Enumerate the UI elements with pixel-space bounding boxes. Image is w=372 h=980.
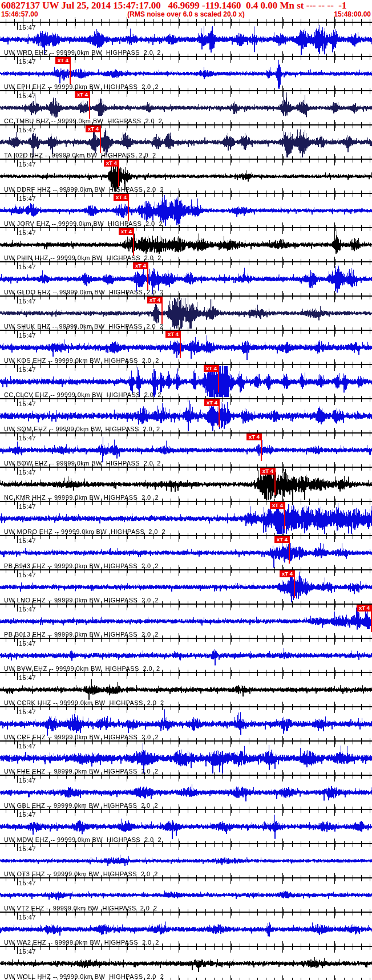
station-label: UW WRD EHZ -- 99999.0km BW HIGHPASS 2.0 …: [4, 49, 161, 56]
trace-row-ta-i02d-bhz[interactable]: 15:47TA I02D BHZ -- 99999.0km BW HIGHPAS…: [0, 124, 372, 159]
station-label: UW MDW EHZ -- 99999.0km BW HIGHPASS 2.0 …: [4, 836, 161, 843]
trace-row-uw-ot3-ehz[interactable]: 15:47UW OT3 EHZ -- 99999.0km BW HIGHPASS…: [0, 843, 372, 877]
pick-marker-line: [180, 338, 181, 358]
pick-marker-label[interactable]: xT 4: [119, 228, 134, 235]
minute-time-label: 15:47: [19, 58, 36, 65]
minute-time-label: 15:47: [19, 572, 36, 578]
pick-marker-line: [100, 132, 101, 153]
minute-time-label: 15:47: [19, 948, 36, 955]
minute-time-label: 15:47: [19, 469, 36, 476]
pick-marker-line: [89, 98, 90, 119]
pick-marker-label[interactable]: xT 4: [114, 194, 129, 201]
pick-marker-label[interactable]: xT 4: [75, 91, 90, 98]
pick-marker-label[interactable]: xT 4: [133, 262, 148, 269]
station-label: UW SQM EHZ -- 99999.0km BW HIGHPASS 2.0 …: [4, 426, 160, 432]
trace-row-uw-fhe-ehz[interactable]: 15:47UW FHE EHZ -- 99999.0km BW HIGHPASS…: [0, 740, 372, 775]
pick-marker-line: [294, 577, 295, 598]
minute-time-label: 15:47: [19, 435, 36, 442]
minute-time-label: 15:47: [19, 332, 36, 339]
trace-row-nc-kmr-hhz[interactable]: 15:47NC KMR HHZ -- 99999.0km BW HIGHPASS…: [0, 467, 372, 501]
minute-time-label: 15:47: [19, 24, 36, 31]
trace-row-uw-ddrf-hhz[interactable]: 15:47UW DDRF HHZ -- 99999.0km BW HIGHPAS…: [0, 159, 372, 193]
pick-marker-label[interactable]: xT 4: [357, 605, 372, 612]
minute-time-label: 15:47: [19, 264, 36, 270]
station-label: UW GBL EHZ -- 99999.0km BW HIGHPASS 2.0 …: [4, 802, 158, 809]
trace-row-uw-sqm-ehz[interactable]: 15:47UW SQM EHZ -- 99999.0km BW HIGHPASS…: [0, 398, 372, 432]
trace-row-uw-vt2-ehz[interactable]: 15:47UW VT2 EHZ -- 99999.0km BW HIGHPASS…: [0, 877, 372, 912]
station-label: UW LNO EHZ -- 99999.0km BW HIGHPASS 2.0 …: [4, 597, 159, 604]
station-label: UW JORV EHZ -- 99999.0km BW HIGHPASS 2.0…: [4, 220, 163, 227]
trace-row-uw-wrd-ehz[interactable]: 15:47UW WRD EHZ -- 99999.0km BW HIGHPASS…: [0, 22, 372, 56]
trace-row-uw-ccrk-hhz[interactable]: 15:47UW CCRK HHZ -- 99999.0km BW HIGHPAS…: [0, 672, 372, 706]
trace-row-cc-tmbu-bhz[interactable]: 15:47CC TMBU BHZ -- 99999.0km BW HIGHPAS…: [0, 90, 372, 124]
trace-row-uw-phin-hhz[interactable]: 15:47UW PHIN HHZ -- 99999.0km BW HIGHPAS…: [0, 227, 372, 261]
pick-marker-line: [133, 235, 134, 256]
station-label: UW BOW EHZ -- 99999.0km BW HIGHPASS 2.0 …: [4, 460, 161, 467]
minute-time-label: 15:47: [19, 195, 36, 202]
pick-marker-label[interactable]: xT 4: [246, 434, 262, 440]
pick-marker-label[interactable]: xT 4: [204, 365, 219, 372]
station-label: PB B943 EHZ -- 99999.0km BW HIGHPASS 2.0…: [4, 562, 159, 569]
trace-row-uw-woll-hhz[interactable]: 15:47UW WOLL HHZ -- 99999.0km BW HIGHPAS…: [0, 946, 372, 980]
pick-marker-line: [128, 201, 129, 221]
trace-row-uw-crf-ehz[interactable]: 15:47UW CRF EHZ -- 99999.0km BW HIGHPASS…: [0, 706, 372, 740]
trace-row-cc-clcv-ehz[interactable]: 15:47CC CLCV EHZ -- 99999.0km BW HIGHPAS…: [0, 364, 372, 398]
trace-row-uw-moro-ehz[interactable]: 15:47UW MORO EHZ -- 99999.0km BW HIGHPAS…: [0, 501, 372, 535]
trace-row-uw-wa2-ehz[interactable]: 15:47UW WA2 EHZ -- 99999.0km BW HIGHPASS…: [0, 912, 372, 946]
pick-marker-line: [261, 440, 262, 461]
pick-marker-label[interactable]: xT 4: [86, 125, 101, 132]
minute-time-label: 15:47: [19, 537, 36, 544]
trace-row-uw-bvw-ehz[interactable]: 15:47UW BVW EHZ -- 99999.0km BW HIGHPASS…: [0, 638, 372, 672]
trace-row-pb-b943-ehz[interactable]: 15:47PB B943 EHZ -- 99999.0km BW HIGHPAS…: [0, 535, 372, 569]
pick-marker-label[interactable]: xT 4: [280, 570, 295, 577]
pick-marker-line: [118, 167, 119, 187]
station-label: UW SHUK BHZ -- 99999.0km BW HIGHPASS 2.0…: [4, 323, 163, 330]
pick-marker-line: [70, 64, 71, 84]
trace-row-uw-kos-ehz[interactable]: 15:47UW KOS EHZ -- 99999.0km BW HIGHPASS…: [0, 330, 372, 364]
station-label: CC CLCV EHZ -- 99999.0km BW HIGHPASS 2.0…: [4, 391, 161, 398]
pick-marker-label[interactable]: xT 4: [204, 399, 220, 406]
pick-marker-line: [289, 543, 290, 564]
minute-time-label: 15:47: [19, 366, 36, 373]
trace-row-uw-gbl-ehz[interactable]: 15:47UW GBL EHZ -- 99999.0km BW HIGHPASS…: [0, 775, 372, 809]
station-label: UW OT3 EHZ -- 99999.0km BW HIGHPASS 2.0 …: [4, 870, 158, 877]
trace-row-uw-mdw-ehz[interactable]: 15:47UW MDW EHZ -- 99999.0km BW HIGHPASS…: [0, 809, 372, 843]
minute-time-label: 15:47: [19, 503, 36, 510]
pick-marker-line: [161, 303, 163, 324]
pick-marker-label[interactable]: xT 4: [104, 160, 119, 167]
pick-marker-label[interactable]: xT 4: [274, 536, 290, 543]
trace-row-uw-shuk-bhz[interactable]: 15:47UW SHUK BHZ -- 99999.0km BW HIGHPAS…: [0, 295, 372, 330]
station-label: NC KMR HHZ -- 99999.0km BW HIGHPASS 2.0 …: [4, 494, 159, 501]
trace-row-pb-b013-ehz[interactable]: 15:47PB B013 EHZ -- 99999.0km BW HIGHPAS…: [0, 604, 372, 638]
minute-time-label: 15:47: [19, 743, 36, 750]
station-label: PB B013 EHZ -- 99999.0km BW HIGHPASS 2.0…: [4, 631, 159, 638]
pick-marker-label[interactable]: xT 4: [260, 468, 276, 475]
minute-time-label: 15:47: [19, 161, 36, 168]
minute-time-label: 15:47: [19, 811, 36, 818]
minute-time-label: 15:47: [19, 674, 36, 681]
pick-marker-label[interactable]: xT 4: [165, 331, 181, 338]
trace-row-uw-gldo-ehz[interactable]: 15:47UW GLDO EHZ -- 99999.0km BW HIGHPAS…: [0, 261, 372, 295]
station-label: TA I02D BHZ -- 99999.0km BW HIGHPASS 2.0…: [4, 152, 156, 159]
trace-row-uw-lno-ehz[interactable]: 15:47UW LNO EHZ -- 99999.0km BW HIGHPASS…: [0, 569, 372, 604]
minute-time-label: 15:47: [19, 880, 36, 886]
minute-time-label: 15:47: [19, 777, 36, 784]
pick-marker-label[interactable]: xT 4: [270, 502, 285, 509]
station-label: UW MORO EHZ -- 99999.0km BW HIGHPASS 2.0…: [4, 528, 165, 535]
trace-row-uw-eph-ehz[interactable]: 15:47UW EPH EHZ -- 99999.0km BW HIGHPASS…: [0, 56, 372, 90]
trace-row-uw-jorv-ehz[interactable]: 15:47UW JORV EHZ -- 99999.0km BW HIGHPAS…: [0, 193, 372, 227]
minute-time-label: 15:47: [19, 229, 36, 236]
minute-time-label: 15:47: [19, 708, 36, 715]
trace-row-uw-bow-ehz[interactable]: 15:47UW BOW EHZ -- 99999.0km BW HIGHPASS…: [0, 432, 372, 467]
pick-marker-label[interactable]: xT 4: [55, 57, 71, 64]
minute-time-label: 15:47: [19, 127, 36, 133]
station-label: UW FHE EHZ -- 99999.0km BW HIGHPASS 2.0 …: [4, 768, 158, 775]
pick-marker-line: [218, 372, 219, 392]
minute-time-label: 15:47: [19, 92, 36, 99]
station-label: UW WOLL HHZ -- 99999.0km BW HIGHPASS 2.0…: [4, 973, 164, 980]
station-label: UW CCRK HHZ -- 99999.0km BW HIGHPASS 2.0…: [4, 699, 164, 706]
station-label: CC TMBU BHZ -- 99999.0km BW HIGHPASS 2.0…: [4, 118, 162, 124]
pick-marker-label[interactable]: xT 4: [147, 297, 163, 303]
seismogram-review-window: { "header": { "event_line": "60827137 UW…: [0, 0, 372, 980]
minute-time-label: 15:47: [19, 845, 36, 852]
